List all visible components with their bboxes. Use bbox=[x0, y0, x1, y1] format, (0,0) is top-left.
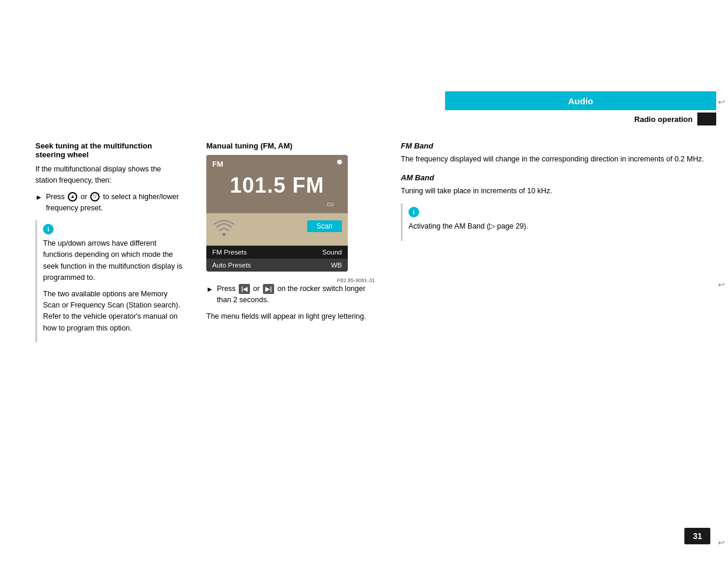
main-content: Seek tuning at the multifunction steerin… bbox=[0, 141, 728, 527]
fm-presets-label: FM Presets bbox=[212, 249, 247, 256]
fm-display-top: FM 101.5 FM co bbox=[206, 155, 348, 213]
page-number: 31 bbox=[684, 528, 710, 544]
fm-waves-area: Scan bbox=[206, 213, 348, 246]
radio-waves-icon bbox=[212, 217, 236, 240]
mid-sub-text: The menu fields will appear in light gre… bbox=[206, 311, 377, 322]
radio-operation-bar: Radio operation bbox=[445, 113, 716, 125]
left-info-box: i The up/down arrows have different func… bbox=[35, 220, 183, 343]
header-area: Audio Radio operation bbox=[445, 91, 728, 125]
audio-bar: Audio bbox=[445, 91, 716, 110]
fm-band-title: FM Band bbox=[401, 141, 710, 150]
fm-band-text: The frequency displayed will change in t… bbox=[401, 154, 710, 165]
wb-label: WB bbox=[331, 262, 342, 269]
right-info-text: Activating the AM Band (▷ page 29). bbox=[409, 221, 710, 232]
left-section-title: Seek tuning at the multifunction steerin… bbox=[35, 141, 183, 159]
image-code: P82.85-9081-31 bbox=[206, 276, 377, 283]
radio-operation-label: Radio operation bbox=[634, 115, 693, 124]
arrow-marker-bottom: ↩ bbox=[718, 538, 725, 547]
am-band-text: Tuning will take place in increments of … bbox=[401, 186, 710, 197]
sound-label: Sound bbox=[322, 249, 342, 256]
scan-button[interactable]: Scan bbox=[307, 220, 342, 232]
prev-button-icon: |◀ bbox=[239, 284, 250, 295]
fm-dot-icon bbox=[337, 160, 342, 164]
next-button-icon: ▶| bbox=[263, 284, 274, 295]
mid-section-title: Manual tuning (FM, AM) bbox=[206, 141, 377, 150]
audio-label: Audio bbox=[568, 96, 594, 106]
mid-bullet-text: Press |◀ or ▶| on the rocker switch long… bbox=[217, 283, 377, 306]
fm-co: co bbox=[212, 200, 342, 207]
arrow-marker-top: ↩ bbox=[718, 97, 725, 107]
right-column: FM Band The frequency displayed will cha… bbox=[389, 141, 728, 527]
steer-down-icon bbox=[90, 192, 100, 201]
left-column: Seek tuning at the multifunction steerin… bbox=[0, 141, 200, 527]
info-icon-right: i bbox=[409, 207, 419, 217]
bullet-arrow-icon: ► bbox=[35, 192, 42, 203]
info-text-2: The two available options are Memory Sca… bbox=[43, 289, 183, 335]
fm-menu-bar-1: FM Presets Sound bbox=[206, 246, 348, 259]
fm-display: FM 101.5 FM co Scan FM Presets Sound bbox=[206, 155, 348, 272]
mid-bullet-arrow-icon: ► bbox=[206, 284, 213, 295]
press-label: Press bbox=[217, 285, 236, 293]
fm-label: FM bbox=[212, 160, 223, 168]
info-icon-left: i bbox=[43, 224, 54, 234]
auto-presets-label: Auto Presets bbox=[212, 262, 251, 269]
info-text-1: The up/down arrows have different functi… bbox=[43, 238, 183, 284]
left-intro-text: If the multifunctional display shows the… bbox=[35, 164, 183, 187]
fm-menu-bar-2: Auto Presets WB bbox=[206, 259, 348, 272]
left-bullet-text: Press or to select a higher/lower freque… bbox=[46, 191, 183, 214]
steer-up-icon bbox=[68, 192, 77, 201]
radio-operation-block bbox=[697, 113, 716, 125]
svg-point-0 bbox=[222, 233, 226, 236]
middle-column: Manual tuning (FM, AM) FM 101.5 FM co Sc… bbox=[200, 141, 389, 527]
left-bullet-item: ► Press or to select a higher/lower freq… bbox=[35, 191, 183, 214]
right-info-box: i Activating the AM Band (▷ page 29). bbox=[401, 203, 710, 241]
am-band-title: AM Band bbox=[401, 173, 710, 182]
mid-bullet-item: ► Press |◀ or ▶| on the rocker switch lo… bbox=[206, 283, 377, 306]
fm-frequency: 101.5 FM bbox=[212, 168, 342, 200]
